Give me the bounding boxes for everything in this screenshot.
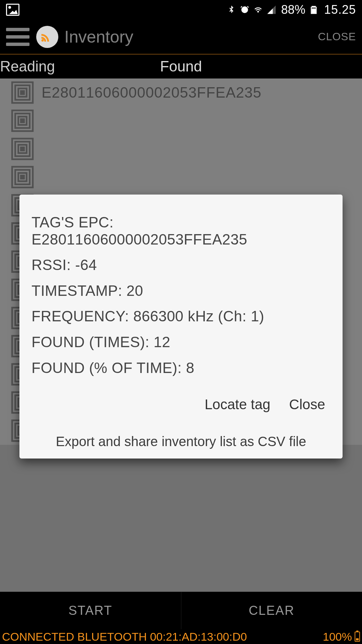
header-close-button[interactable]: CLOSE	[318, 31, 356, 43]
dialog-close-button[interactable]: Close	[289, 396, 325, 413]
signal-icon	[266, 5, 277, 15]
bluetooth-icon	[226, 5, 236, 15]
dialog-timestamp: TIMESTAMP: 20	[32, 282, 330, 300]
app-logo-icon	[36, 26, 58, 48]
tabs: Reading Found	[0, 54, 362, 78]
dialog-frequency: FREQUENCY: 866300 kHz (Ch: 1)	[32, 308, 330, 325]
reader-battery-percent: 100%	[323, 630, 352, 643]
dialog-found-pct: FOUND (% OF TIME): 8	[32, 360, 330, 377]
start-button[interactable]: START	[0, 592, 181, 629]
svg-rect-0	[312, 8, 316, 13]
battery-icon	[309, 5, 319, 15]
dialog-epc: TAG'S EPC: E28011606000002053FFEA235	[32, 214, 330, 248]
locate-tag-button[interactable]: Locate tag	[204, 396, 270, 413]
page-title: Inventory	[64, 27, 133, 47]
export-csv-button[interactable]: Export and share inventory list as CSV f…	[32, 434, 330, 449]
menu-button[interactable]	[6, 28, 29, 46]
alarm-icon	[240, 5, 250, 15]
connection-status-bar: CONNECTED BLUETOOTH 00:21:AD:13:00:D0 10…	[0, 629, 362, 644]
tab-reading[interactable]: Reading	[0, 58, 121, 75]
wifi-icon	[253, 5, 263, 15]
reader-battery-icon	[355, 632, 360, 642]
dialog-rssi: RSSI: -64	[32, 257, 330, 274]
battery-percent: 88%	[281, 3, 305, 17]
app-header: Inventory CLOSE	[0, 19, 362, 54]
tab-found[interactable]: Found	[121, 58, 241, 75]
gallery-notification-icon	[6, 4, 19, 16]
tag-detail-dialog: TAG'S EPC: E28011606000002053FFEA235 RSS…	[19, 195, 343, 459]
android-status-bar: 88% 15.25	[0, 0, 362, 19]
status-clock: 15.25	[324, 3, 356, 17]
bottom-action-bar: START CLEAR	[0, 592, 362, 629]
dialog-found-times: FOUND (TIMES): 12	[32, 334, 330, 351]
connection-status-text: CONNECTED BLUETOOTH 00:21:AD:13:00:D0	[2, 630, 247, 643]
clear-button[interactable]: CLEAR	[181, 592, 362, 629]
